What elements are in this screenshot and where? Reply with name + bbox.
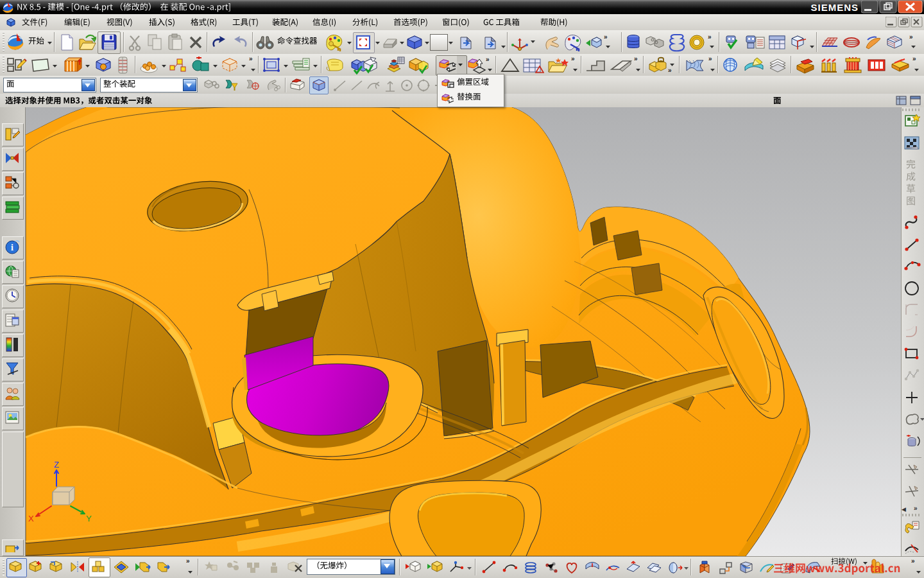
svg-text:Y: Y xyxy=(86,514,92,523)
svg-text:X: X xyxy=(28,514,34,523)
svg-text:i: i xyxy=(11,243,13,252)
svg-text:Z: Z xyxy=(54,460,59,469)
